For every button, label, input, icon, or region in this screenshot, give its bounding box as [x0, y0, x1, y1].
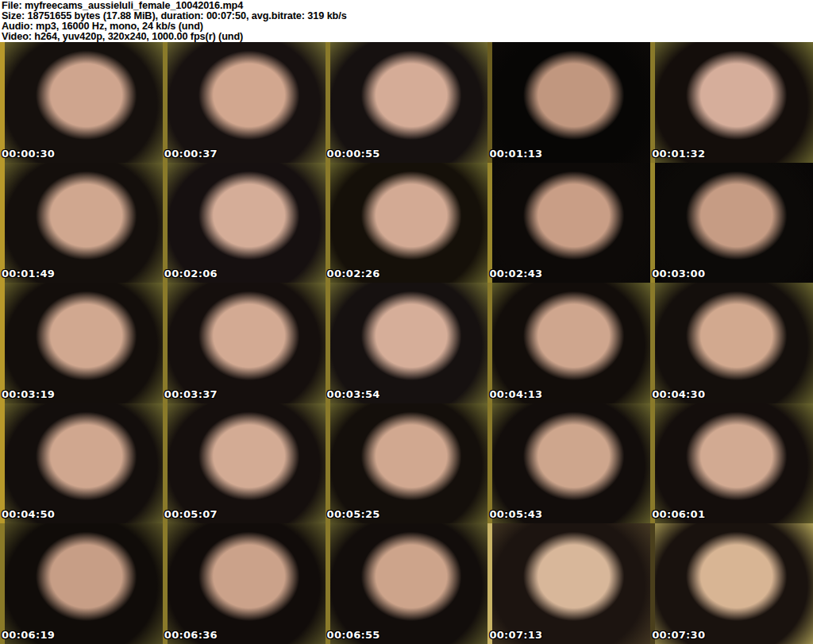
- video-thumbnail: 00:03:37: [163, 283, 326, 403]
- video-thumbnail: 00:03:54: [326, 283, 488, 403]
- video-thumbnail: 00:01:32: [650, 42, 813, 163]
- video-thumbnail: 00:04:13: [487, 283, 650, 403]
- video-thumbnail: 00:00:30: [0, 42, 163, 163]
- video-thumbnail: 00:01:49: [0, 163, 163, 283]
- timestamp-label: 00:05:25: [327, 508, 380, 520]
- video-thumbnail: 00:04:30: [650, 283, 813, 403]
- timestamp-label: 00:03:19: [2, 388, 55, 400]
- timestamp-label: 00:03:00: [652, 268, 705, 280]
- timestamp-label: 00:05:07: [164, 508, 218, 520]
- timestamp-label: 00:01:49: [2, 268, 55, 280]
- video-thumbnail: 00:00:55: [326, 42, 488, 163]
- video-thumbnail: 00:07:13: [487, 523, 650, 644]
- video-thumbnail: 00:03:00: [650, 163, 813, 283]
- video-thumbnail: 00:06:55: [326, 523, 488, 644]
- video-thumbnail: 00:04:50: [0, 403, 163, 524]
- video-thumbnail: 00:01:13: [487, 42, 650, 163]
- timestamp-label: 00:06:36: [164, 629, 218, 641]
- timestamp-label: 00:06:55: [327, 629, 380, 641]
- timestamp-label: 00:03:37: [164, 388, 218, 400]
- timestamp-label: 00:00:30: [2, 148, 55, 160]
- timestamp-label: 00:02:26: [327, 268, 380, 280]
- video-thumbnail: 00:06:19: [0, 523, 163, 644]
- timestamp-label: 00:07:30: [652, 629, 705, 641]
- timestamp-label: 00:03:54: [327, 388, 380, 400]
- video-info-line: Video: h264, yuv420p, 320x240, 1000.00 f…: [2, 32, 813, 42]
- video-thumbnail: 00:06:01: [650, 403, 813, 524]
- timestamp-label: 00:02:06: [164, 268, 218, 280]
- video-thumbnail: 00:02:43: [487, 163, 650, 283]
- video-thumbnail: 00:07:30: [650, 523, 813, 644]
- timestamp-label: 00:00:55: [327, 148, 380, 160]
- timestamp-label: 00:01:32: [652, 148, 705, 160]
- timestamp-label: 00:06:19: [2, 629, 55, 641]
- video-thumbnail: 00:05:43: [487, 403, 650, 524]
- video-thumbnail: 00:02:06: [163, 163, 326, 283]
- video-thumbnail: 00:06:36: [163, 523, 326, 644]
- timestamp-label: 00:04:30: [652, 388, 705, 400]
- video-thumbnail: 00:00:37: [163, 42, 326, 163]
- timestamp-label: 00:04:13: [489, 388, 542, 400]
- timestamp-label: 00:06:01: [652, 508, 705, 520]
- video-thumbnail: 00:05:25: [326, 403, 488, 524]
- video-thumbnail: 00:02:26: [326, 163, 488, 283]
- timestamp-label: 00:04:50: [2, 508, 55, 520]
- video-thumbnail: 00:03:19: [0, 283, 163, 403]
- timestamp-label: 00:00:37: [164, 148, 218, 160]
- timestamp-label: 00:01:13: [489, 148, 542, 160]
- media-info-header: File: myfreecams_aussieluli_female_10042…: [0, 0, 813, 42]
- video-thumbnail: 00:05:07: [163, 403, 326, 524]
- thumbnail-grid: 00:00:30 00:00:37 00:00:55 00:01:13 00:0…: [0, 42, 813, 644]
- contact-sheet: File: myfreecams_aussieluli_female_10042…: [0, 0, 813, 644]
- timestamp-label: 00:07:13: [489, 629, 542, 641]
- timestamp-label: 00:05:43: [489, 508, 542, 520]
- timestamp-label: 00:02:43: [489, 268, 542, 280]
